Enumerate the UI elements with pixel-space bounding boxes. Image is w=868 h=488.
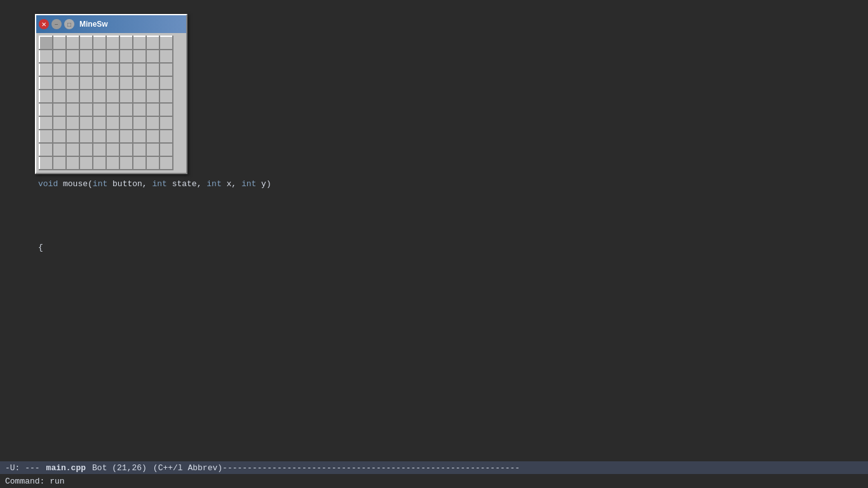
- grid-cell[interactable]: [66, 90, 79, 103]
- grid-cell[interactable]: [66, 63, 79, 76]
- grid-cell[interactable]: [159, 143, 173, 156]
- grid-cell[interactable]: [93, 63, 106, 76]
- grid-cell[interactable]: [79, 143, 93, 156]
- grid-cell[interactable]: [106, 90, 119, 103]
- grid-cell[interactable]: [146, 90, 159, 103]
- grid-cell[interactable]: [39, 90, 53, 103]
- grid-cell[interactable]: [106, 130, 119, 143]
- grid-cell[interactable]: [93, 156, 106, 170]
- grid-cell[interactable]: [106, 50, 119, 63]
- grid-cell[interactable]: [119, 143, 133, 156]
- grid-cell[interactable]: [93, 130, 106, 143]
- grid-cell[interactable]: [93, 90, 106, 103]
- grid-cell[interactable]: [146, 50, 159, 63]
- grid-cell[interactable]: [159, 103, 173, 116]
- grid-cell[interactable]: [66, 156, 79, 170]
- grid-cell[interactable]: [66, 130, 79, 143]
- grid-cell[interactable]: [159, 76, 173, 90]
- grid-cell[interactable]: [39, 130, 53, 143]
- grid-cell[interactable]: [39, 50, 53, 63]
- grid-cell[interactable]: [39, 143, 53, 156]
- grid-cell[interactable]: [133, 36, 146, 50]
- grid-cell[interactable]: [53, 76, 66, 90]
- grid-cell[interactable]: [93, 50, 106, 63]
- grid-cell[interactable]: [106, 63, 119, 76]
- grid-cell[interactable]: [159, 116, 173, 130]
- grid-cell[interactable]: [79, 130, 93, 143]
- grid-cell[interactable]: [119, 130, 133, 143]
- grid-cell[interactable]: [79, 103, 93, 116]
- grid-cell[interactable]: [79, 36, 93, 50]
- grid-cell[interactable]: [106, 76, 119, 90]
- grid-cell[interactable]: [53, 143, 66, 156]
- grid-cell[interactable]: [133, 143, 146, 156]
- grid-cell[interactable]: [53, 50, 66, 63]
- grid-cell[interactable]: [159, 130, 173, 143]
- grid-cell[interactable]: [146, 63, 159, 76]
- grid-cell[interactable]: [93, 103, 106, 116]
- grid-cell[interactable]: [146, 103, 159, 116]
- grid-cell[interactable]: [106, 36, 119, 50]
- minesweeper-grid[interactable]: [36, 33, 186, 173]
- grid-cell[interactable]: [66, 50, 79, 63]
- grid-cell[interactable]: [146, 156, 159, 170]
- grid-cell[interactable]: [106, 156, 119, 170]
- grid-cell[interactable]: [159, 156, 173, 170]
- grid-cell[interactable]: [119, 50, 133, 63]
- grid-cell[interactable]: [93, 76, 106, 90]
- grid-cell[interactable]: [119, 63, 133, 76]
- grid-cell[interactable]: [39, 76, 53, 90]
- grid-cell[interactable]: [119, 76, 133, 90]
- grid-cell[interactable]: [146, 36, 159, 50]
- grid-cell[interactable]: [133, 50, 146, 63]
- grid-cell[interactable]: [79, 50, 93, 63]
- minesweeper-minimize-button[interactable]: −: [51, 19, 62, 29]
- minesweeper-window[interactable]: ✕ − □ MineSw: [35, 14, 187, 174]
- grid-cell[interactable]: [133, 116, 146, 130]
- grid-cell[interactable]: [106, 143, 119, 156]
- grid-cell[interactable]: [106, 103, 119, 116]
- grid-cell[interactable]: [159, 90, 173, 103]
- grid-cell[interactable]: [133, 76, 146, 90]
- grid-cell[interactable]: [66, 143, 79, 156]
- grid-cell[interactable]: [93, 36, 106, 50]
- grid-cell[interactable]: [66, 116, 79, 130]
- grid-cell[interactable]: [119, 90, 133, 103]
- grid-cell[interactable]: [66, 76, 79, 90]
- grid-cell[interactable]: [39, 36, 53, 50]
- grid-cell[interactable]: [133, 130, 146, 143]
- grid-cell[interactable]: [146, 130, 159, 143]
- grid-cell[interactable]: [39, 116, 53, 130]
- grid-cell[interactable]: [39, 156, 53, 170]
- grid-cell[interactable]: [79, 90, 93, 103]
- grid-cell[interactable]: [79, 63, 93, 76]
- grid-cell[interactable]: [93, 116, 106, 130]
- grid-cell[interactable]: [93, 143, 106, 156]
- grid-cell[interactable]: [79, 116, 93, 130]
- grid-cell[interactable]: [53, 103, 66, 116]
- grid-cell[interactable]: [79, 76, 93, 90]
- grid-cell[interactable]: [119, 156, 133, 170]
- grid-cell[interactable]: [119, 36, 133, 50]
- grid-cell[interactable]: [159, 50, 173, 63]
- grid-cell[interactable]: [133, 63, 146, 76]
- grid-cell[interactable]: [39, 103, 53, 116]
- grid-cell[interactable]: [106, 116, 119, 130]
- grid-cell[interactable]: [53, 130, 66, 143]
- grid-cell[interactable]: [66, 103, 79, 116]
- grid-cell[interactable]: [39, 63, 53, 76]
- grid-cell[interactable]: [133, 90, 146, 103]
- grid-cell[interactable]: [133, 156, 146, 170]
- grid-cell[interactable]: [53, 36, 66, 50]
- grid-cell[interactable]: [159, 36, 173, 50]
- grid-cell[interactable]: [119, 116, 133, 130]
- grid-cell[interactable]: [53, 156, 66, 170]
- minesweeper-maximize-button[interactable]: □: [64, 19, 74, 29]
- grid-cell[interactable]: [66, 36, 79, 50]
- grid-cell[interactable]: [53, 63, 66, 76]
- grid-cell[interactable]: [79, 156, 93, 170]
- grid-cell[interactable]: [119, 103, 133, 116]
- minesweeper-close-button[interactable]: ✕: [39, 19, 49, 29]
- grid-cell[interactable]: [146, 116, 159, 130]
- grid-cell[interactable]: [53, 90, 66, 103]
